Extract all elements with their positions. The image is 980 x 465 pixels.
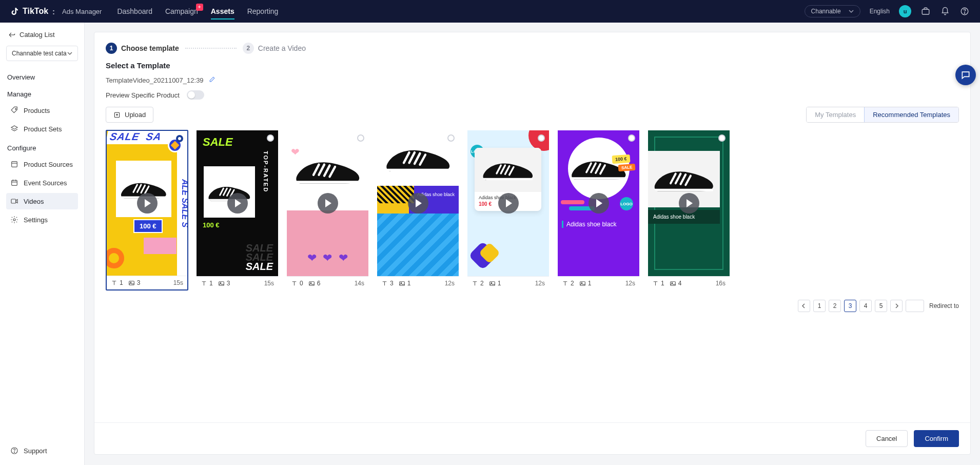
- select-radio[interactable]: [447, 134, 455, 142]
- tab-recommended-templates[interactable]: Recommended Templates: [864, 107, 958, 122]
- pager-next[interactable]: [890, 300, 903, 312]
- text-icon: [562, 280, 569, 287]
- upload-button[interactable]: Upload: [106, 107, 153, 123]
- logo-icon: LOGO: [620, 197, 633, 210]
- tag-icon: [10, 106, 18, 114]
- hearts-row: ❤ ❤ ❤: [287, 251, 368, 265]
- sidebar-item-event-sources[interactable]: Event Sources: [6, 175, 78, 191]
- pager-page[interactable]: 3: [844, 300, 856, 312]
- template-card[interactable]: SALE TOP-RATED 100 € SALESALESALE 1 3 15…: [196, 130, 279, 290]
- help-icon[interactable]: [959, 6, 970, 16]
- nav-dashboard[interactable]: Dashboard: [117, 1, 152, 22]
- sale-label: SALE: [203, 135, 233, 149]
- text-icon: [111, 280, 117, 286]
- step-create-video: 2 Create a Video: [243, 43, 306, 54]
- step-choose-template: 1 Choose template: [106, 43, 179, 54]
- sidebar-item-settings[interactable]: Settings: [6, 211, 78, 228]
- play-icon[interactable]: [589, 193, 609, 214]
- svg-rect-19: [309, 281, 314, 285]
- pager-prev[interactable]: [798, 300, 810, 312]
- play-icon[interactable]: [498, 193, 519, 214]
- catalog-selector[interactable]: Channable test cata: [6, 46, 78, 61]
- back-to-catalog-list[interactable]: Catalog List: [6, 28, 78, 42]
- pager-page[interactable]: 2: [829, 300, 841, 312]
- briefcase-icon[interactable]: [920, 6, 931, 16]
- template-meta: 2 1 12s: [558, 276, 639, 290]
- pager-page[interactable]: 5: [875, 300, 887, 312]
- gear-icon: [10, 216, 18, 224]
- template-card[interactable]: ❤ ❤ ❤ ❤ 0 6 14s: [286, 130, 369, 290]
- template-card[interactable]: SALE SA ALE SALE S 100 € 1 3 15s: [106, 130, 188, 290]
- svg-rect-21: [399, 281, 404, 285]
- sidebar-item-products[interactable]: Products: [6, 102, 78, 119]
- chat-fab[interactable]: [955, 65, 976, 85]
- sidebar-item-videos[interactable]: Videos: [6, 193, 78, 209]
- box-icon: [10, 160, 18, 168]
- account-selector[interactable]: Channable: [805, 5, 860, 17]
- play-icon[interactable]: [318, 193, 338, 214]
- image-icon: [670, 280, 676, 287]
- step-separator: [185, 48, 237, 49]
- pager-goto-input[interactable]: [906, 300, 924, 312]
- select-radio[interactable]: [628, 134, 635, 142]
- nav-assets[interactable]: Assets: [211, 1, 234, 22]
- svg-rect-25: [580, 281, 585, 285]
- preview-toggle[interactable]: [187, 90, 204, 100]
- svg-rect-23: [489, 281, 495, 285]
- svg-point-9: [14, 452, 14, 452]
- sidebar-item-support[interactable]: Support: [6, 442, 78, 459]
- template-card[interactable]: Adidas shoe black 1 4 16s: [648, 130, 730, 290]
- nav-campaign[interactable]: Campaign +: [165, 1, 198, 22]
- image-icon: [218, 280, 225, 287]
- pager: 1 2 3 4 5 Redirect to: [106, 300, 959, 312]
- product-name-label: Adidas shoe black: [562, 221, 616, 228]
- template-card[interactable]: LOGO Adidas shoe black 3 1 12s: [377, 130, 459, 290]
- tab-my-templates[interactable]: My Templates: [807, 107, 864, 122]
- template-meta: 1 3 15s: [197, 276, 278, 290]
- svg-rect-27: [670, 281, 675, 285]
- template-card[interactable]: 100 € SALE LOGO Adidas shoe black 2 1 12…: [557, 130, 640, 290]
- play-icon[interactable]: [408, 193, 428, 214]
- select-radio[interactable]: [176, 135, 183, 142]
- plus-badge-icon: +: [196, 4, 203, 11]
- play-icon[interactable]: [137, 193, 158, 214]
- text-icon: [201, 280, 207, 287]
- cancel-button[interactable]: Cancel: [866, 430, 908, 447]
- template-meta: 2 1 12s: [467, 276, 549, 290]
- select-radio[interactable]: [718, 134, 726, 142]
- nav-reporting[interactable]: Reporting: [247, 1, 279, 22]
- svg-point-7: [13, 219, 15, 221]
- play-icon[interactable]: [227, 193, 248, 214]
- main-nav: Dashboard Campaign + Assets Reporting: [117, 1, 278, 22]
- avatar[interactable]: u: [899, 5, 911, 17]
- edit-name-icon[interactable]: [209, 76, 215, 84]
- svg-rect-5: [12, 180, 17, 185]
- pager-page[interactable]: 4: [859, 300, 872, 312]
- top-bar: TikTok : Ads Manager Dashboard Campaign …: [0, 0, 980, 23]
- panel: 1 Choose template 2 Create a Video Selec…: [94, 32, 971, 455]
- template-grid: SALE SA ALE SALE S 100 € 1 3 15s: [106, 130, 959, 290]
- language-label[interactable]: English: [870, 8, 890, 15]
- select-radio[interactable]: [267, 134, 274, 142]
- template-card[interactable]: LOGO Adidas shoe black 100 € 2 1: [467, 130, 550, 290]
- bell-icon[interactable]: [940, 6, 950, 16]
- play-icon[interactable]: [679, 193, 699, 214]
- sidebar-item-product-sources[interactable]: Product Sources: [6, 156, 78, 172]
- sidebar-section-overview[interactable]: Overview: [7, 73, 78, 81]
- template-meta: 1 3 15s: [107, 276, 187, 289]
- sidebar: Catalog List Channable test cata Overvie…: [0, 23, 85, 465]
- tiktok-icon: [10, 7, 19, 16]
- price-badge: 100 €: [133, 219, 163, 233]
- price-label: 100 €: [203, 221, 220, 229]
- select-radio[interactable]: [538, 134, 545, 142]
- video-icon: [10, 197, 18, 205]
- confirm-button[interactable]: Confirm: [914, 430, 959, 447]
- panel-footer: Cancel Confirm: [94, 422, 970, 454]
- sidebar-item-product-sets[interactable]: Product Sets: [6, 121, 78, 137]
- image-icon: [579, 280, 586, 287]
- svg-point-3: [15, 108, 16, 109]
- pager-page[interactable]: 1: [813, 300, 826, 312]
- select-radio[interactable]: [357, 134, 364, 142]
- template-meta: 3 1 12s: [377, 276, 459, 290]
- price-badge: 100 €: [612, 154, 631, 164]
